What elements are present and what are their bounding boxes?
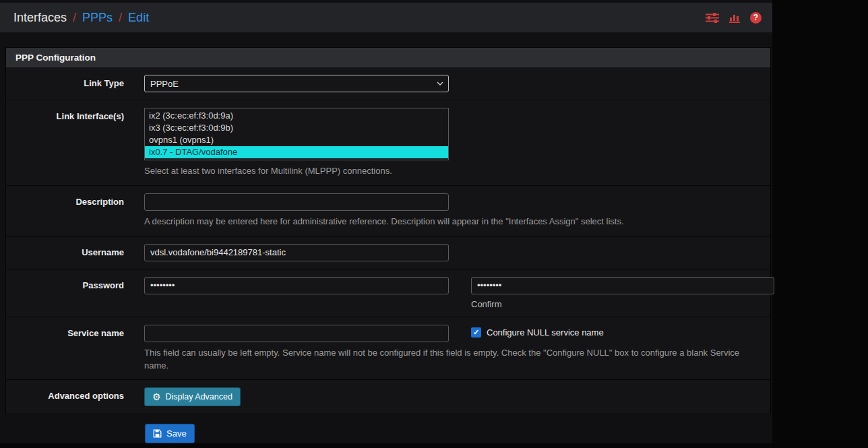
link-type-select-wrap: PPPoE	[144, 75, 449, 92]
sliders-icon[interactable]	[706, 13, 719, 23]
ppp-configuration-panel: PPP Configuration Link Type PPPoE Link I…	[5, 47, 771, 414]
bar-chart-icon[interactable]	[729, 13, 740, 23]
display-advanced-button[interactable]: ⚙ Display Advanced	[144, 387, 241, 406]
topbar-icons: ?	[706, 12, 762, 24]
link-type-select[interactable]: PPPoE	[144, 75, 449, 92]
advanced-options-row: Advanced options ⚙ Display Advanced	[6, 380, 770, 414]
link-interfaces-row: Link Interface(s) ix2 (3c:ec:ef:f3:0d:9a…	[6, 100, 770, 186]
password-label: Password	[6, 277, 124, 309]
username-label: Username	[6, 244, 124, 261]
breadcrumb-separator: /	[73, 11, 76, 25]
save-bar: Save	[145, 424, 772, 443]
gear-icon: ⚙	[152, 392, 161, 402]
breadcrumb-interfaces: Interfaces	[13, 11, 67, 25]
panel-title: PPP Configuration	[6, 48, 770, 67]
link-interfaces-help: Select at least two interfaces for Multi…	[144, 165, 757, 178]
interface-option-ix3[interactable]: ix3 (3c:ec:ef:f3:0d:9b)	[145, 122, 448, 134]
link-type-label: Link Type	[6, 75, 124, 92]
display-advanced-button-label: Display Advanced	[166, 392, 232, 402]
save-button-label: Save	[166, 428, 187, 439]
help-icon[interactable]: ?	[750, 12, 762, 24]
save-button[interactable]: Save	[145, 424, 195, 443]
advanced-options-label: Advanced options	[6, 387, 124, 406]
password-input[interactable]	[144, 277, 449, 294]
breadcrumb-edit-link[interactable]: Edit	[128, 11, 149, 25]
description-label: Description	[6, 193, 124, 228]
breadcrumb-separator: /	[119, 11, 122, 25]
configure-null-checkbox-line[interactable]: ✓ Configure NULL service name	[471, 327, 774, 338]
breadcrumb-ppps-link[interactable]: PPPs	[82, 11, 113, 25]
link-interfaces-multiselect[interactable]: ix2 (3c:ec:ef:f3:0d:9a) ix3 (3c:ec:ef:f3…	[144, 108, 449, 160]
service-name-row: Service name ✓ Configure NULL service na…	[6, 317, 770, 381]
interface-option-ix0-7-selected[interactable]: ix0.7 - DTAG/vodafone	[145, 146, 448, 158]
description-help: A description may be entered here for ad…	[144, 216, 757, 228]
checkbox-checked-icon[interactable]: ✓	[471, 327, 481, 338]
username-input[interactable]	[144, 244, 449, 261]
configure-null-checkbox-label[interactable]: Configure NULL service name	[487, 327, 604, 338]
save-icon	[153, 429, 162, 438]
top-bar: Interfaces / PPPs / Edit	[0, 3, 772, 32]
username-row: Username	[6, 236, 770, 269]
interface-option-ovpns1[interactable]: ovpns1 (ovpns1)	[145, 134, 448, 146]
description-row: Description A description may be entered…	[6, 186, 770, 236]
link-interfaces-label: Link Interface(s)	[6, 108, 124, 178]
page-container: Interfaces / PPPs / Edit	[0, 0, 772, 443]
service-name-help: This field can usually be left empty. Se…	[144, 347, 757, 373]
breadcrumb: Interfaces / PPPs / Edit	[13, 11, 149, 25]
password-row: Password Confirm	[6, 269, 770, 317]
description-input[interactable]	[144, 193, 449, 211]
password-confirm-caption: Confirm	[471, 299, 774, 309]
link-type-row: Link Type PPPoE	[6, 67, 770, 100]
service-name-label: Service name	[6, 325, 124, 373]
interface-option-ix2[interactable]: ix2 (3c:ec:ef:f3:0d:9a)	[145, 110, 448, 122]
password-confirm-input[interactable]	[471, 277, 774, 294]
service-name-input[interactable]	[144, 325, 449, 342]
